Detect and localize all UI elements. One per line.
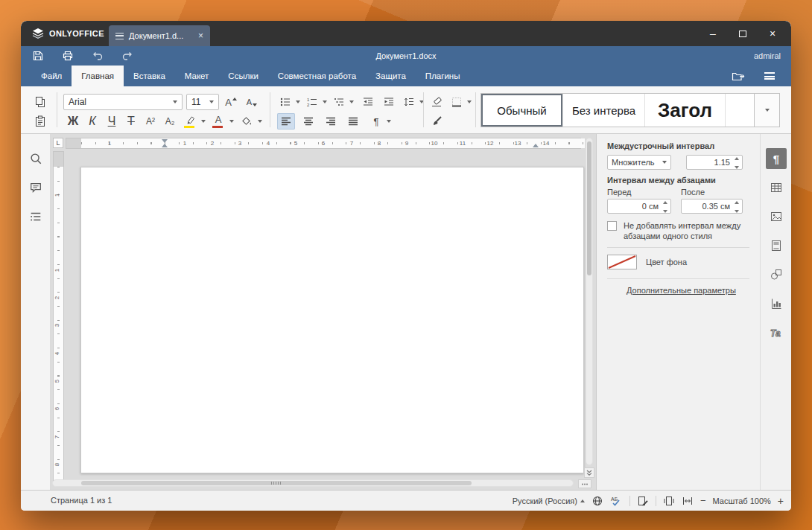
comments-button[interactable] xyxy=(27,179,45,197)
table-settings-button[interactable] xyxy=(766,177,787,198)
undo-button[interactable] xyxy=(88,48,107,63)
maximize-button[interactable] xyxy=(733,25,752,42)
tab-collaboration[interactable]: Совместная работа xyxy=(268,66,366,86)
page-number-button[interactable]: Страница 1 из 1 xyxy=(51,491,112,511)
line-spacing-arrow[interactable] xyxy=(417,94,426,110)
search-button[interactable] xyxy=(27,150,45,167)
vertical-scrollbar-thumb[interactable] xyxy=(587,141,591,275)
horizontal-ruler[interactable]: 1 1 2 3 4 5 6 7 8 9 10 11 12 13 14 xyxy=(66,138,581,149)
spinner-arrows[interactable] xyxy=(733,201,740,213)
track-changes-button[interactable] xyxy=(637,495,649,507)
increase-font-button[interactable]: A xyxy=(222,94,240,110)
no-spacing-between-checkbox[interactable] xyxy=(607,221,617,231)
borders-arrow[interactable] xyxy=(465,94,474,110)
horizontal-scrollbar-thumb[interactable] xyxy=(81,481,472,485)
background-color-button[interactable] xyxy=(607,255,637,269)
styles-gallery-dropdown[interactable] xyxy=(754,94,779,127)
spacing-before-spinner[interactable]: 0 см xyxy=(607,199,671,214)
paste-button[interactable] xyxy=(31,113,49,130)
tab-file[interactable]: Файл xyxy=(31,66,72,86)
tab-home[interactable]: Главная xyxy=(72,66,124,86)
view-settings-button[interactable] xyxy=(760,68,779,84)
scroll-options-button[interactable] xyxy=(578,479,591,488)
subscript-button[interactable]: A₂ xyxy=(161,113,179,130)
line-spacing-value-spinner[interactable]: 1.15 xyxy=(686,155,743,170)
horizontal-scrollbar[interactable] xyxy=(52,479,574,487)
save-button[interactable] xyxy=(28,48,48,63)
style-no-spacing[interactable]: Без интерва xyxy=(563,94,645,127)
close-button[interactable]: × xyxy=(763,25,782,42)
spacing-after-spinner[interactable]: 0.35 см xyxy=(681,199,743,214)
copy-button[interactable] xyxy=(31,94,49,110)
no-spacing-between-label[interactable]: Не добавлять интервал между абзацами одн… xyxy=(624,220,755,241)
numbered-list-button[interactable]: 1 2 xyxy=(304,94,320,110)
align-justify-button[interactable] xyxy=(344,113,362,130)
tab-insert[interactable]: Вставка xyxy=(124,66,175,86)
bullet-list-arrow[interactable] xyxy=(294,94,302,110)
style-normal[interactable]: Обычный xyxy=(481,94,563,127)
image-settings-button[interactable] xyxy=(766,206,787,227)
tab-layout[interactable]: Макет xyxy=(175,66,219,86)
superscript-button[interactable]: A² xyxy=(142,113,159,130)
set-document-language-button[interactable] xyxy=(591,495,603,507)
copy-style-button[interactable] xyxy=(428,113,445,130)
line-spacing-button[interactable] xyxy=(401,94,417,110)
chart-settings-button[interactable] xyxy=(766,293,787,314)
fit-page-button[interactable] xyxy=(663,495,675,507)
font-name-combo[interactable]: Arial xyxy=(63,94,183,110)
scroll-next-page-button[interactable] xyxy=(584,467,594,478)
shading-button[interactable] xyxy=(238,113,255,130)
font-size-combo[interactable]: 11 xyxy=(186,94,219,110)
tab-close-icon[interactable]: × xyxy=(198,31,203,41)
underline-button[interactable]: Ч xyxy=(103,113,121,130)
tab-protection[interactable]: Защита xyxy=(366,66,416,86)
multilevel-list-button[interactable] xyxy=(331,94,347,110)
tab-plugins[interactable]: Плагины xyxy=(416,66,470,86)
textart-settings-button[interactable]: Ta xyxy=(766,322,787,343)
vertical-ruler[interactable]: 1 1 2 3 4 5 6 7 8 xyxy=(53,151,64,485)
language-selector[interactable]: Русский (Россия) xyxy=(513,497,585,505)
zoom-in-button[interactable]: + xyxy=(778,495,784,507)
decrease-indent-button[interactable] xyxy=(359,94,377,110)
align-center-button[interactable] xyxy=(299,113,317,130)
tab-stop-selector[interactable]: L xyxy=(53,138,63,148)
font-color-arrow[interactable] xyxy=(227,113,236,130)
document-tab[interactable]: Документ1.d... × xyxy=(109,25,210,46)
vertical-scrollbar[interactable] xyxy=(586,138,593,465)
highlight-color-button[interactable] xyxy=(182,113,198,130)
document-page[interactable] xyxy=(80,167,584,473)
multilevel-list-arrow[interactable] xyxy=(347,94,356,110)
italic-button[interactable]: К xyxy=(83,113,101,130)
window-titlebar[interactable]: ONLYOFFICE Документ1.d... × – × xyxy=(21,21,791,46)
increase-indent-button[interactable] xyxy=(380,94,398,110)
style-heading1[interactable]: Загол xyxy=(645,94,726,127)
navigation-button[interactable] xyxy=(27,208,45,226)
headerfooter-settings-button[interactable] xyxy=(766,235,787,256)
paragraph-settings-button[interactable]: ¶ xyxy=(766,148,787,169)
nonprinting-characters-button[interactable]: ¶ xyxy=(368,113,384,130)
redo-button[interactable] xyxy=(118,48,137,63)
style-partial[interactable] xyxy=(726,94,752,127)
spinner-arrows[interactable] xyxy=(662,201,668,213)
shading-arrow[interactable] xyxy=(256,113,264,130)
bold-button[interactable]: Ж xyxy=(64,113,82,130)
first-line-indent-marker[interactable] xyxy=(162,139,168,143)
line-spacing-type-select[interactable]: Множитель xyxy=(607,155,671,170)
spellcheck-button[interactable]: АБ xyxy=(610,495,623,507)
decrease-font-button[interactable]: A xyxy=(243,94,261,110)
strikeout-button[interactable]: Т xyxy=(122,113,140,130)
numbered-list-arrow[interactable] xyxy=(320,94,329,110)
align-left-button[interactable] xyxy=(277,113,295,130)
tab-references[interactable]: Ссылки xyxy=(218,66,268,86)
highlight-color-arrow[interactable] xyxy=(199,113,208,130)
print-button[interactable] xyxy=(58,48,77,63)
zoom-out-button[interactable]: − xyxy=(700,495,706,506)
left-indent-marker[interactable] xyxy=(162,144,168,147)
borders-button[interactable] xyxy=(448,94,465,110)
nonprinting-arrow[interactable] xyxy=(384,113,393,130)
user-name[interactable]: admiral xyxy=(754,46,781,66)
right-indent-marker[interactable] xyxy=(533,144,539,147)
open-file-location-button[interactable] xyxy=(729,68,748,84)
fit-width-button[interactable] xyxy=(682,495,694,507)
spinner-arrows[interactable] xyxy=(733,157,740,169)
